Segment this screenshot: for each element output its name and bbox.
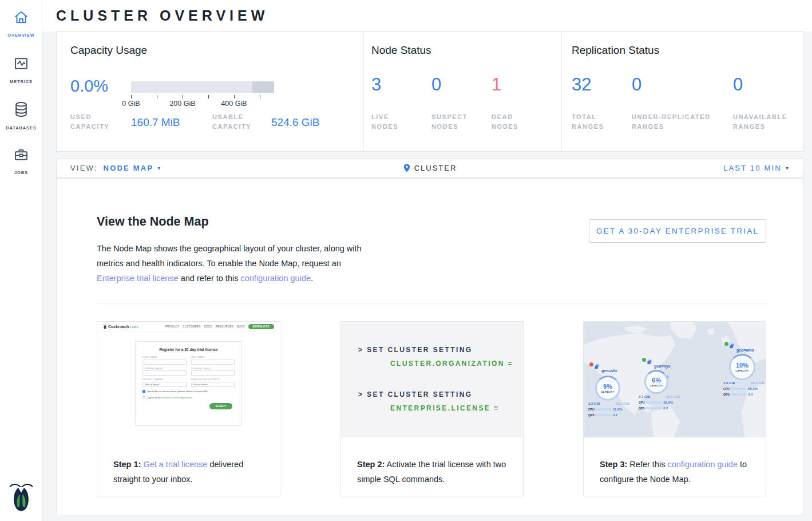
text-field: [142, 370, 187, 376]
capacity-percent: 10%: [736, 362, 748, 369]
capacity-usage-title: Capacity Usage: [70, 44, 147, 57]
field-label: PROJECT PHASE: [142, 378, 187, 381]
sql-prompt: >: [358, 346, 363, 354]
total-value: 63.7 GiB: [666, 395, 680, 398]
field-label: REASON FOR INTEREST: [191, 378, 235, 381]
step3-caption: Step 3: Refer this configuration guide t…: [584, 457, 766, 487]
checkbox-checked-icon: [142, 390, 145, 393]
cpu-value: 42.5%: [663, 401, 673, 404]
capacity-percent: 0.0%: [70, 77, 108, 96]
description-text: .: [311, 274, 313, 283]
capacity-values: 3.7 GiB63.7 GiB: [639, 395, 680, 398]
sql-command: SET CLUSTER SETTING: [367, 390, 472, 398]
nav-item: CUSTOMERS: [183, 325, 200, 328]
cpu-bar: [595, 408, 611, 411]
capacity-bar: [131, 81, 274, 93]
node-locality: geo=ams: [736, 348, 754, 352]
cpu-label: CPU: [723, 387, 730, 390]
get-enterprise-trial-button[interactable]: GET A 30-DAY ENTERPRISE TRIAL: [589, 219, 766, 243]
scope-breadcrumb: CLUSTER: [57, 159, 803, 177]
sql-setting-line: ENTERPRISE.LICENSE =: [390, 404, 499, 412]
qps-bar: [730, 393, 746, 396]
usable-capacity-label: USABLE CAPACITY: [212, 112, 265, 132]
page-title: CLUSTER OVERVIEW: [56, 7, 268, 24]
field-label: COMPANY NAME: [142, 368, 187, 370]
configuration-guide-link[interactable]: configuration guide: [667, 460, 738, 469]
jobs-icon: [13, 147, 30, 163]
divider: [561, 32, 562, 151]
capacity-gauge-ams: 10% CAPACITY: [729, 354, 755, 380]
checkbox-text: .: [192, 396, 193, 399]
capacity-values: 3.6 GiB36.6 GiB: [723, 381, 765, 385]
qps-bar: [645, 407, 662, 409]
capacity-label: CAPACITY: [649, 384, 663, 387]
dead-nodes-value: 1: [492, 74, 501, 95]
cpu-value: 11.0%: [613, 408, 623, 411]
node-map-preview: geo=sfo2 Nodes 9% CAPACITY 3.2 GiB33.1 G…: [584, 322, 766, 437]
time-range-dropdown[interactable]: LAST 10 MIN ▾: [723, 159, 789, 177]
sql-command: SET CLUSTER SETTING: [367, 346, 472, 354]
view-bar: VIEW: NODE MAP ▾ CLUSTER LAST 10 MIN ▾: [56, 158, 804, 177]
cpu-metric: CPU58.3%: [723, 387, 758, 390]
cluster-overview-page: OVERVIEW METRICS DATABASES JOBS CLUS: [0, 0, 812, 521]
used-capacity-value: 160.7 MiB: [131, 116, 180, 129]
node-cube-icon: [730, 344, 735, 349]
step-label: Step 2:: [357, 460, 385, 469]
sql-commands-block: > SET CLUSTER SETTING CLUSTER.ORGANIZATI…: [341, 322, 523, 437]
sql-command-line: > SET CLUSTER SETTING: [358, 390, 472, 398]
divider: [363, 32, 364, 151]
section-description: The Node Map shows the geographical layo…: [97, 241, 370, 286]
node-status-title: Node Status: [371, 44, 431, 57]
capacity-bar-nonusable-segment: [252, 81, 274, 93]
cpu-bar: [645, 401, 662, 404]
form-title: Register for a 30-day trial license: [142, 348, 235, 352]
capacity-percent: 9%: [603, 384, 612, 390]
qps-label: QPS: [639, 406, 645, 410]
step3-card: geo=sfo2 Nodes 9% CAPACITY 3.2 GiB33.1 G…: [583, 321, 766, 496]
axis-tick-label: 400 GiB: [217, 100, 251, 108]
checkbox-icon: [142, 396, 145, 399]
configuration-guide-link[interactable]: configuration guide: [240, 274, 311, 283]
sidebar-item-databases[interactable]: DATABASES: [0, 101, 42, 132]
cockroachdb-logo[interactable]: [0, 480, 42, 514]
get-trial-license-link[interactable]: Get a trial license: [143, 460, 207, 469]
description-text: and refer to this: [179, 274, 241, 283]
step2-card: > SET CLUSTER SETTING CLUSTER.ORGANIZATI…: [340, 321, 524, 496]
qps-value: 4.4: [748, 393, 752, 396]
select-field: Please Select: [191, 382, 235, 387]
text-field: [191, 370, 235, 376]
sidebar-item-label: DATABASES: [6, 125, 37, 131]
cpu-value: 58.3%: [748, 387, 758, 390]
node-cube-icon: [647, 360, 652, 365]
description-text: The Node Map shows the geographical layo…: [97, 244, 362, 268]
replication-status-title: Replication Status: [572, 44, 659, 57]
total-ranges-label: TOTAL RANGES: [572, 112, 612, 132]
node-status-dot: [589, 362, 593, 366]
time-range-value: LAST 10 MIN: [723, 164, 782, 172]
divider: [97, 303, 766, 303]
dead-nodes-label: DEAD NODES: [492, 112, 532, 132]
suspect-nodes-label: SUSPECT NODES: [431, 112, 480, 132]
sidebar-item-jobs[interactable]: JOBS: [0, 147, 42, 176]
sidebar: OVERVIEW METRICS DATABASES JOBS: [0, 0, 42, 521]
sidebar-item-metrics[interactable]: METRICS: [0, 56, 42, 85]
cpu-label: CPU: [588, 408, 595, 411]
checkbox-text: I agree to the: [147, 396, 162, 399]
enterprise-trial-license-link[interactable]: Enterprise trial license: [97, 274, 179, 283]
sidebar-item-label: METRICS: [10, 79, 33, 84]
capacity-label: CAPACITY: [735, 369, 748, 372]
license-agreement-checkbox: I agree to the Software License Agreemen…: [142, 396, 235, 400]
step1-card: Cockroach LABS PRODUCT CUSTOMERS DOCS RE…: [97, 321, 280, 496]
qps-value: 4.7: [613, 413, 617, 417]
logo-suffix: LABS: [130, 325, 138, 329]
node-locality: geo=sfo: [601, 369, 617, 373]
axis-tick: [234, 95, 235, 98]
cluster-summary-panel: Capacity Usage 0.0% 0 GiB 200 GiB 400 Gi…: [56, 31, 804, 152]
sidebar-item-overview[interactable]: OVERVIEW: [0, 9, 42, 39]
node-map-panel: View the Node Map The Node Map shows the…: [56, 179, 804, 515]
mini-site-header: Cockroach LABS PRODUCT CUSTOMERS DOCS RE…: [97, 322, 280, 332]
logo-text: Cockroach: [108, 325, 129, 329]
sql-setting-line: CLUSTER.ORGANIZATION =: [390, 360, 513, 368]
total-ranges-value: 32: [572, 74, 591, 95]
capacity-values: 3.2 GiB33.1 GiB: [588, 402, 629, 405]
